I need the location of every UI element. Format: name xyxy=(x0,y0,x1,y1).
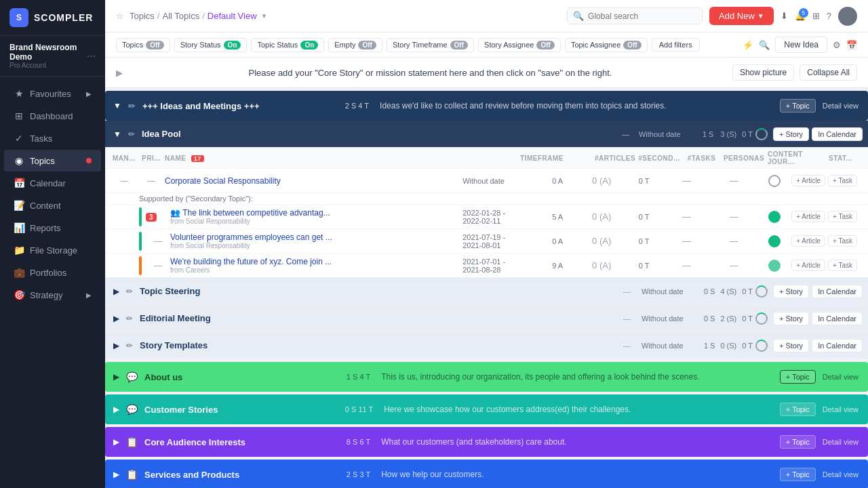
filter-story-timeframe-toggle[interactable]: Off xyxy=(450,41,468,49)
add-article-button[interactable]: + Article xyxy=(791,211,825,222)
sidebar-item-calendar[interactable]: 📅 Calendar xyxy=(4,172,101,194)
expand-button[interactable]: ▶ xyxy=(111,468,122,481)
detail-view-button[interactable]: Detail view xyxy=(818,371,863,383)
add-story-button[interactable]: + Story xyxy=(773,312,809,325)
sidebar-item-file-storage[interactable]: 📁 File Storage xyxy=(4,239,101,261)
calendar-view-icon[interactable]: 📅 xyxy=(846,40,857,50)
add-story-button[interactable]: + Story xyxy=(773,285,809,298)
filter-icon[interactable]: ⚡ xyxy=(743,40,753,50)
services-header: ▶ 📋 Services and Products 2 S 3 T How we… xyxy=(105,460,868,488)
grid-icon[interactable]: ⊞ xyxy=(812,11,820,21)
filter-topic-assignee[interactable]: Topic Assignee Off xyxy=(565,38,648,52)
add-task-button[interactable]: + Task xyxy=(828,235,857,247)
expand-mission-icon[interactable]: ▶ xyxy=(116,68,123,78)
sidebar-item-label: Strategy xyxy=(30,290,62,300)
add-article-button[interactable]: + Article xyxy=(791,175,825,186)
story-second: 0 (A) xyxy=(578,211,625,222)
add-task-button[interactable]: + Task xyxy=(828,175,857,186)
ideas-expand-button[interactable]: ▼ xyxy=(111,100,124,112)
filter-empty[interactable]: Empty Off xyxy=(328,38,382,52)
sidebar-item-content[interactable]: 📝 Content xyxy=(4,195,101,216)
sidebar-item-topics[interactable]: ◉ Topics xyxy=(4,150,101,171)
add-new-button[interactable]: Add New ▼ xyxy=(709,7,774,25)
sidebar-item-reports[interactable]: 📊 Reports xyxy=(4,217,101,239)
expand-button[interactable]: ▶ xyxy=(111,285,122,298)
sidebar-item-favourites[interactable]: ★ Favourites ▶ xyxy=(4,83,101,104)
add-article-button[interactable]: + Article xyxy=(791,260,825,271)
filter-story-status[interactable]: Story Status On xyxy=(174,38,248,52)
add-topic-button[interactable]: + Topic xyxy=(780,403,816,416)
settings-icon[interactable]: ⚙ xyxy=(833,40,841,50)
filter-story-assignee[interactable]: Story Assignee Off xyxy=(478,38,561,52)
filter-story-assignee-toggle[interactable]: Off xyxy=(536,41,554,49)
help-icon[interactable]: ? xyxy=(827,11,831,21)
show-picture-button[interactable]: Show picture xyxy=(732,64,794,81)
filter-topic-status[interactable]: Topic Status On xyxy=(251,38,324,52)
search-input[interactable] xyxy=(588,12,696,21)
detail-view-button[interactable]: Detail view xyxy=(818,436,863,448)
filter-topics-toggle[interactable]: Off xyxy=(146,41,163,49)
collapse-all-button[interactable]: Collapse All xyxy=(800,64,857,81)
detail-view-button[interactable]: Detail view xyxy=(818,403,863,415)
expand-button[interactable]: ▶ xyxy=(111,403,122,415)
sidebar-item-portfolios[interactable]: 💼 Portfolios xyxy=(4,262,101,283)
expand-button[interactable]: ▶ xyxy=(111,340,122,352)
sub-topic-title: Editorial Meeting xyxy=(140,313,618,323)
new-idea-button[interactable]: New Idea xyxy=(775,37,827,53)
in-calendar-button[interactable]: In Calendar xyxy=(812,285,863,298)
story-name[interactable]: 👥 The link between competitive advantag.… xyxy=(170,208,462,218)
add-topic-button[interactable]: + Topic xyxy=(780,435,816,449)
sidebar-item-tasks[interactable]: ✓ Tasks xyxy=(4,127,101,149)
add-topic-button[interactable]: + Topic xyxy=(780,99,816,113)
services-counts: 2 S 3 T xyxy=(347,470,370,479)
story-name[interactable]: Corporate Social Responsability xyxy=(165,176,462,186)
expand-button[interactable]: ▶ xyxy=(111,371,122,383)
in-calendar-button[interactable]: In Calendar xyxy=(812,312,863,325)
filter-topics[interactable]: Topics Off xyxy=(116,38,170,52)
breadcrumb-topics[interactable]: Topics xyxy=(130,11,155,21)
sidebar-item-dashboard[interactable]: ⊞ Dashboard xyxy=(4,105,101,127)
detail-view-button[interactable]: Detail view xyxy=(818,468,863,481)
detail-view-button[interactable]: Detail view xyxy=(818,100,863,112)
idea-pool-expand-button[interactable]: ▼ xyxy=(111,128,124,140)
user-avatar[interactable] xyxy=(838,7,857,26)
sidebar: S SCOMPLER Brand Newsroom Demo Pro Accou… xyxy=(0,0,105,488)
filter-topic-assignee-toggle[interactable]: Off xyxy=(623,41,641,49)
ideas-header: ▼ ✏ +++ Ideas and Meetings +++ 2 S 4 T I… xyxy=(105,91,868,121)
sidebar-logo[interactable]: S SCOMPLER xyxy=(0,0,105,36)
ideas-edit-icon[interactable]: ✏ xyxy=(128,101,136,111)
search-icon[interactable]: 🔍 xyxy=(759,40,770,50)
add-topic-button[interactable]: + Topic xyxy=(780,468,816,481)
in-calendar-button[interactable]: In Calendar xyxy=(812,339,863,352)
sidebar-item-label: Topics xyxy=(30,156,55,166)
chevron-down-icon[interactable]: ▼ xyxy=(261,12,268,20)
expand-button[interactable]: ▶ xyxy=(111,436,122,448)
sub-counts-s: 0 S xyxy=(704,314,715,323)
filter-story-timeframe[interactable]: Story Timeframe Off xyxy=(387,38,474,52)
global-search-box[interactable]: 🔍 xyxy=(567,7,703,24)
story-name[interactable]: Volunteer programmes employees can get .… xyxy=(170,232,462,242)
download-icon[interactable]: ⬇ xyxy=(781,11,788,21)
breadcrumb-all-topics[interactable]: All Topics xyxy=(162,11,199,21)
add-task-button[interactable]: + Task xyxy=(828,260,857,271)
notifications-icon[interactable]: 🔔 5 xyxy=(795,11,806,21)
favourite-star-icon[interactable]: ☆ xyxy=(116,11,124,21)
add-story-button[interactable]: + Story xyxy=(773,127,809,141)
in-calendar-button[interactable]: In Calendar xyxy=(812,127,863,141)
add-task-button[interactable]: + Task xyxy=(828,211,857,222)
filter-topic-status-toggle[interactable]: On xyxy=(300,41,318,49)
story-name[interactable]: We're building the future of xyz. Come j… xyxy=(170,257,462,266)
idea-pool-edit-icon: ✏ xyxy=(128,129,135,139)
breadcrumb-current-view[interactable]: Default View xyxy=(208,11,257,21)
add-topic-button[interactable]: + Topic xyxy=(780,370,816,384)
filter-story-status-toggle[interactable]: On xyxy=(224,41,241,49)
expand-button[interactable]: ▶ xyxy=(111,312,122,325)
filter-empty-toggle[interactable]: Off xyxy=(358,41,376,49)
sidebar-item-strategy[interactable]: 🎯 Strategy ▶ xyxy=(4,284,101,306)
mission-text: Please add your "Core Story" or mission … xyxy=(249,68,612,78)
account-menu-icon[interactable]: ⋯ xyxy=(87,51,96,61)
status-circle xyxy=(755,285,768,298)
add-article-button[interactable]: + Article xyxy=(791,235,825,247)
add-story-button[interactable]: + Story xyxy=(773,339,809,352)
add-filters-button[interactable]: Add filters xyxy=(652,38,700,52)
